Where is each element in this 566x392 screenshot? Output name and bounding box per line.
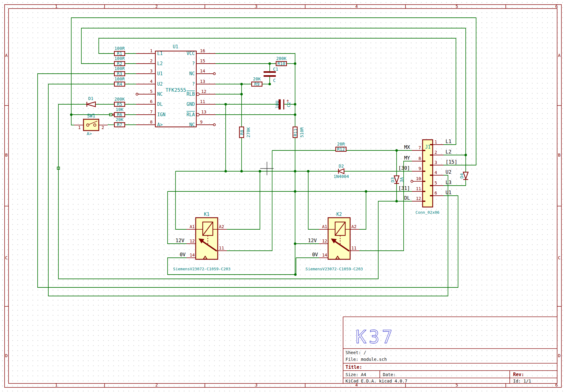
k1-pin-14: 14: [190, 253, 195, 257]
component-c1[interactable]: C1 C: [264, 67, 278, 83]
col-label: 3: [255, 383, 257, 387]
j1-pin-num: 12: [416, 196, 421, 201]
col-label: 5: [456, 383, 458, 387]
r10-ref: R10: [277, 61, 285, 66]
rev-field: Rev:: [513, 372, 524, 377]
r7-value: 20K: [116, 117, 124, 122]
u1-pin-num: 9: [200, 120, 202, 124]
j1-pin-num: 8: [419, 156, 421, 161]
id-field: Id: 1/1: [513, 379, 531, 383]
wire[interactable]: [308, 171, 319, 229]
wire[interactable]: [168, 258, 295, 275]
u1-pin-num: 7: [150, 109, 153, 114]
c1-value: C: [273, 78, 276, 83]
row-label: B: [5, 153, 8, 157]
size-field: Size: A4: [346, 372, 366, 377]
component-r3[interactable]: 100R R3: [114, 66, 125, 76]
u1-pin-name: NC: [189, 122, 195, 128]
r2-value: 100R: [114, 56, 125, 61]
u1-pin-name: ?: [192, 61, 195, 66]
col-label: 1: [55, 4, 57, 9]
component-u1[interactable]: U1 TFK2555 1 2 3 4 5 6 7 8 L1 L2 U1 U2 N…: [136, 44, 216, 128]
u1-pin-num: 3: [150, 68, 153, 73]
u1-pin-num: 11: [200, 99, 205, 104]
net-label-my: MY: [404, 155, 410, 161]
j1-value: Conn_02x06: [416, 210, 439, 215]
u1-pin-num: 13: [200, 79, 205, 84]
k2-value: SiemensV23072-C1059-C203: [305, 267, 363, 271]
j1-pin-num: 2: [435, 150, 437, 155]
component-r8[interactable]: R8 270K: [239, 127, 251, 138]
col-label: 3: [255, 4, 257, 9]
u1-pin-name: U2: [157, 81, 163, 87]
net-label-0v: 0V: [312, 252, 318, 257]
u1-pin-name: ?: [192, 81, 195, 87]
wire[interactable]: [227, 171, 260, 229]
k2-pin-a2: A2: [351, 224, 357, 229]
k1-value: SiemensV23072-C1059-C203: [173, 267, 231, 271]
u1-pin-name: L2: [157, 61, 163, 66]
j1-pin-num: 3: [435, 160, 437, 165]
row-label: A: [558, 53, 561, 58]
sheet-field: Sheet: /: [346, 350, 366, 355]
k2-pin-11: 11: [351, 246, 357, 250]
r10-value: 200K: [276, 56, 287, 61]
component-r11[interactable]: R11 510R: [293, 127, 304, 138]
schematic-canvas[interactable]: 1 2 3 4 5 6 1 2 3 4 5 6 A B C D A B C D: [0, 0, 566, 392]
component-sw1[interactable]: SW1 A> 1 2: [74, 113, 108, 136]
u1-pin-num: 14: [200, 68, 205, 73]
r5-ref: R5: [117, 102, 122, 107]
u1-pin-num: 15: [200, 58, 205, 63]
wire[interactable]: [168, 191, 187, 244]
component-r9[interactable]: 20K R9: [252, 76, 262, 87]
component-r6[interactable]: 10K R6: [114, 107, 125, 117]
r1-value: 100R: [114, 46, 125, 51]
component-d3[interactable]: D3 3A: [390, 176, 404, 183]
net-label-31: [31]: [398, 185, 410, 191]
r4-ref: R4: [117, 82, 122, 87]
wire[interactable]: [359, 161, 412, 251]
component-r2[interactable]: 100R R2: [114, 56, 125, 66]
u1-pin-name: VCC: [187, 51, 195, 56]
component-d1[interactable]: D1: [87, 96, 95, 107]
net-label-mx: MX: [404, 144, 410, 150]
k2-pin-14: 14: [322, 253, 327, 257]
wire[interactable]: [81, 28, 466, 155]
wire[interactable]: [48, 84, 448, 296]
wire[interactable]: [176, 171, 187, 229]
component-r10[interactable]: 200K R10: [276, 56, 287, 66]
crosshair-cursor: [260, 162, 274, 175]
sw1-pin-num: 1: [78, 125, 81, 130]
u1-pin-num: 13: [201, 109, 206, 114]
component-d4[interactable]: D4: [459, 172, 468, 179]
wires[interactable]: [38, 18, 476, 296]
title-field: Title:: [346, 364, 362, 370]
component-k1[interactable]: K1 A1 A2 12 11 14 12V 0V SiemensV23072-C…: [173, 212, 231, 271]
component-r12[interactable]: 20R R12: [336, 142, 346, 152]
net-label-30: [30]: [398, 165, 410, 171]
component-r1[interactable]: 100R R1: [114, 46, 125, 56]
k2-pin-12: 12: [322, 239, 327, 243]
component-r5[interactable]: 200K R5: [114, 97, 125, 107]
component-r4[interactable]: 100R R4: [114, 76, 125, 87]
net-label-l3: L3: [446, 179, 451, 185]
u1-pin-name: RLB: [187, 91, 195, 97]
col-label: 2: [155, 4, 158, 9]
col-label: 6: [555, 383, 558, 387]
k2-ref: K2: [336, 212, 342, 217]
row-label: D: [558, 353, 560, 358]
c1-ref: C1: [273, 67, 278, 72]
component-r7[interactable]: 20K R7: [114, 117, 125, 127]
d1-ref: D1: [88, 96, 94, 101]
component-k2[interactable]: K2 A1 A2 12 11 14 12V 0V SiemensV23072-C…: [305, 212, 363, 271]
k1-pin-a1: A1: [190, 224, 195, 229]
sw1-value: A>: [87, 131, 92, 136]
wire[interactable]: [227, 150, 272, 251]
net-label-u1: U1: [446, 190, 451, 195]
c2-value: 10U: [275, 101, 279, 108]
component-j1[interactable]: J1 Conn_02x06 7 8 9 10 11 12 MX MY [30] …: [398, 139, 457, 215]
net-label-12v: 12V: [176, 238, 184, 243]
component-c2[interactable]: 10U C2 +: [275, 98, 291, 109]
r8-value: 270K: [246, 127, 251, 138]
wire[interactable]: [359, 191, 366, 229]
